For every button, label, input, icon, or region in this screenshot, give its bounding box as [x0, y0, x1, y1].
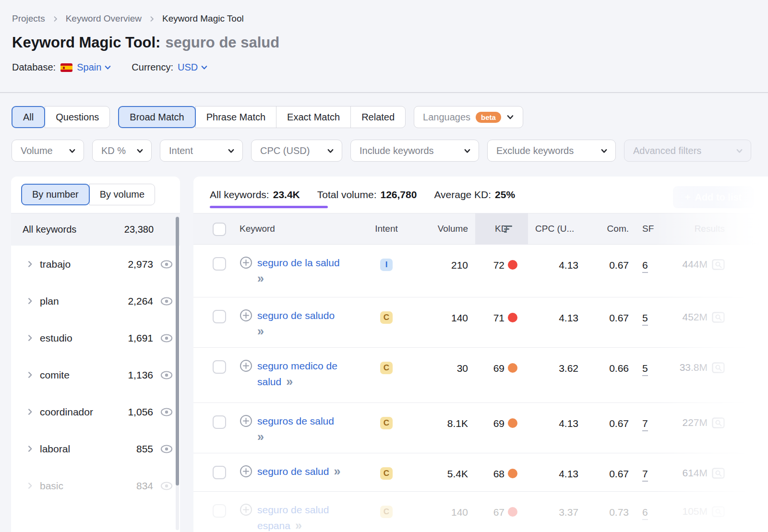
column-header-cpc[interactable]: CPC (U... [535, 213, 574, 244]
column-header-results[interactable]: Results [667, 213, 725, 244]
eye-icon[interactable] [160, 407, 173, 417]
keyword-link-line2[interactable]: salud [257, 376, 281, 388]
tab-broad-match[interactable]: Broad Match [118, 106, 195, 128]
database-select[interactable]: Spain [77, 62, 111, 73]
sf-value[interactable]: 7 [642, 468, 648, 482]
column-header-volume[interactable]: Volume [424, 213, 468, 244]
chevron-right-icon[interactable] [26, 408, 34, 415]
add-keyword-icon[interactable] [240, 503, 252, 516]
keyword-link[interactable]: seguros de salud [257, 415, 334, 427]
results-value: 452M [648, 311, 725, 323]
tab-exact-match[interactable]: Exact Match [276, 106, 351, 128]
sidebar-item-comite[interactable]: comite 1,136 [11, 356, 180, 393]
keyword-link[interactable]: seguro de salud [257, 504, 329, 516]
currency-select[interactable]: USD [178, 62, 208, 73]
sidebar-item-basic[interactable]: basic 834 [11, 467, 180, 504]
serp-preview-icon[interactable] [712, 312, 725, 323]
eye-icon[interactable] [160, 333, 173, 343]
chevron-right-icon[interactable] [26, 371, 34, 378]
exclude-keywords-filter[interactable]: Exclude keywords [487, 140, 616, 162]
serp-preview-icon[interactable] [712, 468, 725, 479]
languages-dropdown[interactable]: Languages beta [414, 106, 523, 128]
keyword-link-line2[interactable]: espana [257, 520, 290, 532]
table-row: seguro de salud espana » C 140 67 3.37 0… [193, 492, 768, 532]
include-keywords-filter[interactable]: Include keywords [350, 140, 479, 162]
results-value: 105M [648, 506, 725, 517]
row-checkbox[interactable] [213, 360, 226, 374]
column-header-keyword[interactable]: Keyword [240, 213, 275, 244]
chevron-right-icon[interactable] [26, 334, 34, 342]
select-all-checkbox[interactable] [213, 223, 226, 236]
intent-badge: C [380, 311, 393, 324]
chevron-right-icon[interactable] [26, 297, 34, 305]
eye-icon[interactable] [160, 296, 173, 307]
breadcrumb-projects[interactable]: Projects [12, 13, 45, 24]
com-value: 0.67 [581, 418, 629, 429]
column-header-sf[interactable]: SF [642, 213, 654, 244]
add-keyword-icon[interactable] [240, 414, 252, 427]
intent-badge: C [380, 362, 393, 374]
serp-preview-icon[interactable] [712, 506, 725, 517]
sf-value[interactable]: 7 [642, 418, 648, 431]
row-checkbox[interactable] [213, 310, 226, 323]
row-checkbox[interactable] [213, 504, 226, 518]
advanced-filters[interactable]: Advanced filters [624, 140, 751, 162]
serp-preview-icon[interactable] [712, 259, 725, 270]
eye-icon[interactable] [160, 259, 173, 270]
breadcrumb-keyword-overview[interactable]: Keyword Overview [66, 13, 142, 24]
chevron-right-icon[interactable] [26, 445, 34, 452]
sidebar-item-plan[interactable]: plan 2,264 [11, 283, 180, 319]
sidebar-item-coordinador[interactable]: coordinador 1,056 [11, 393, 180, 430]
column-header-intent[interactable]: Intent [372, 213, 401, 244]
volume-filter[interactable]: Volume [12, 140, 84, 162]
add-to-list-button[interactable]: + Add to list [673, 186, 754, 208]
sf-value[interactable]: 5 [642, 312, 648, 326]
keyword-link[interactable]: seguro medico de [257, 360, 337, 372]
sidebar-item-laboral[interactable]: laboral 855 [11, 430, 180, 467]
row-checkbox[interactable] [213, 257, 226, 271]
eye-icon[interactable] [160, 444, 173, 454]
sidebar-scrollbar-thumb[interactable] [176, 217, 179, 485]
by-number-toggle[interactable]: By number [21, 184, 90, 205]
tab-related[interactable]: Related [350, 106, 406, 128]
row-checkbox[interactable] [213, 415, 226, 429]
chevron-right-icon[interactable] [26, 260, 34, 268]
row-checkbox[interactable] [213, 466, 226, 479]
tab-phrase-match[interactable]: Phrase Match [195, 106, 276, 128]
expand-keyword-icon[interactable]: » [257, 272, 263, 284]
serp-preview-icon[interactable] [712, 362, 725, 373]
sidebar-item-trabajo[interactable]: trabajo 2,973 [11, 246, 180, 283]
sf-value[interactable]: 5 [642, 363, 648, 376]
keyword-link[interactable]: seguro de la salud [257, 257, 340, 269]
sidebar-item-estudio[interactable]: estudio 1,691 [11, 319, 180, 356]
sidebar-all-keywords[interactable]: All keywords 23,380 [11, 213, 180, 246]
tab-all[interactable]: All [12, 106, 45, 128]
expand-keyword-icon[interactable]: » [257, 431, 263, 443]
kd-filter[interactable]: KD % [92, 140, 152, 162]
by-volume-toggle[interactable]: By volume [89, 184, 155, 205]
expand-keyword-icon[interactable]: » [286, 376, 292, 388]
eye-icon[interactable] [160, 481, 173, 491]
cpc-filter[interactable]: CPC (USD) [251, 140, 342, 162]
all-keywords-label: All keywords [23, 224, 76, 235]
keyword-link[interactable]: seguro de salud [257, 466, 329, 477]
tab-questions[interactable]: Questions [45, 106, 110, 128]
serp-preview-icon[interactable] [712, 417, 725, 428]
column-header-com[interactable]: Com. [581, 213, 629, 244]
add-keyword-icon[interactable] [240, 309, 252, 322]
expand-keyword-icon[interactable]: » [257, 325, 263, 337]
table-row: seguro medico de salud » C 30 69 3.62 0.… [193, 348, 768, 403]
chevron-right-icon[interactable] [26, 482, 34, 489]
add-keyword-icon[interactable] [240, 465, 252, 478]
stat-average-kd: Average KD:25% [434, 189, 515, 201]
add-keyword-icon[interactable] [240, 359, 252, 372]
column-header-kd[interactable]: KD [495, 213, 512, 244]
add-keyword-icon[interactable] [240, 256, 252, 269]
eye-icon[interactable] [160, 370, 173, 380]
sf-value[interactable]: 6 [642, 260, 648, 273]
intent-filter[interactable]: Intent [160, 140, 243, 162]
sf-value[interactable]: 6 [642, 507, 648, 520]
keyword-link[interactable]: seguro de saludo [257, 310, 335, 321]
expand-keyword-icon[interactable]: » [334, 465, 339, 477]
expand-keyword-icon[interactable]: » [295, 520, 301, 532]
